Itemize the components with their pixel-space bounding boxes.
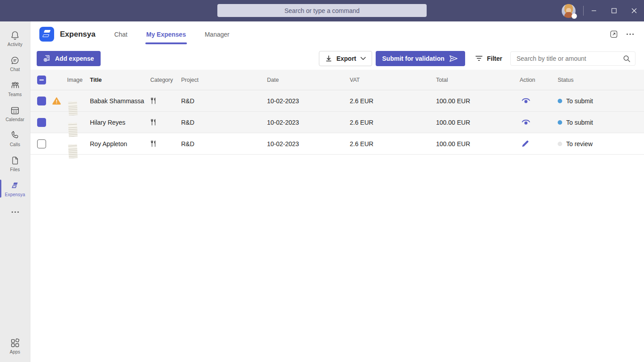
status-badge: To submit (558, 119, 644, 126)
restaurant-icon (150, 97, 181, 104)
sidebar-item-label: Apps (10, 349, 21, 354)
expense-vat: 2.6 EUR (350, 119, 436, 126)
sidebar-item-chat[interactable]: Chat (0, 51, 30, 76)
sidebar-more-button[interactable] (7, 208, 24, 216)
status-badge: To review (558, 140, 644, 147)
table-row[interactable]: Roy Appleton R&D 10-02-2023 2.6 EUR 100.… (30, 133, 644, 155)
sidebar-item-label: Expensya (5, 192, 25, 197)
popout-icon[interactable] (609, 29, 619, 39)
column-header-status: Status (558, 77, 644, 83)
filter-button[interactable]: Filter (472, 55, 505, 62)
sidebar-item-label: Teams (8, 92, 21, 97)
app-sidebar: Activity Chat Teams (0, 21, 30, 362)
minimize-button[interactable] (584, 0, 604, 21)
sidebar-item-label: Files (10, 167, 20, 172)
column-header-category: Category (150, 77, 181, 83)
expense-project: R&D (181, 97, 267, 105)
command-search-input[interactable] (217, 4, 427, 17)
column-header-image: Image (65, 77, 90, 83)
sidebar-item-calendar[interactable]: Calendar (0, 101, 30, 126)
expense-date: 10-02-2023 (267, 97, 350, 105)
expense-total: 100.00 EUR (436, 97, 520, 105)
app-header: Expensya Chat My Expenses Manager (30, 21, 644, 47)
search-icon (623, 55, 631, 63)
sidebar-item-calls[interactable]: Calls (0, 126, 30, 151)
table-search-input[interactable] (510, 51, 636, 66)
expense-title: Hilary Reyes (90, 119, 150, 126)
expense-vat: 2.6 EUR (350, 140, 436, 147)
more-options-icon[interactable] (625, 32, 635, 36)
add-expense-button[interactable]: Add expense (37, 51, 101, 66)
close-button[interactable] (624, 0, 644, 21)
select-all-checkbox[interactable] (37, 76, 46, 84)
expense-total: 100.00 EUR (436, 119, 520, 126)
toolbar: Add expense Export Submit for validation (30, 47, 644, 70)
expense-vat: 2.6 EUR (350, 97, 436, 105)
status-dot (558, 99, 562, 103)
sidebar-item-label: Chat (10, 67, 20, 72)
sidebar-item-activity[interactable]: Activity (0, 26, 30, 51)
eye-icon[interactable] (521, 97, 558, 104)
sidebar-item-label: Activity (8, 42, 22, 47)
column-header-project: Project (181, 77, 267, 83)
column-header-title: Title (90, 76, 150, 83)
sidebar-item-apps[interactable]: Apps (0, 333, 30, 358)
sidebar-item-files[interactable]: Files (0, 151, 30, 176)
bell-icon (10, 30, 20, 41)
chevron-down-icon (360, 57, 366, 60)
expensya-logo-icon (39, 27, 54, 42)
column-header-date: Date (267, 77, 350, 83)
expense-date: 10-02-2023 (267, 140, 350, 147)
expense-total: 100.00 EUR (436, 140, 520, 147)
people-icon (10, 80, 21, 91)
chat-bubble-icon (10, 55, 20, 66)
status-dot (558, 120, 562, 125)
pencil-icon[interactable] (521, 140, 558, 147)
calendar-icon (10, 105, 20, 116)
expensya-icon (10, 181, 20, 191)
titlebar (0, 0, 644, 21)
expense-project: R&D (181, 119, 267, 126)
sidebar-item-teams[interactable]: Teams (0, 76, 30, 101)
app-title: Expensya (60, 30, 95, 39)
row-checkbox[interactable] (37, 139, 46, 148)
expense-title: Babak Shammassa (90, 97, 150, 105)
download-icon (325, 55, 332, 62)
expense-project: R&D (181, 140, 267, 147)
restaurant-icon (150, 140, 181, 147)
send-icon (449, 55, 458, 63)
main-content: Expensya Chat My Expenses Manager (30, 21, 644, 362)
document-icon (10, 156, 20, 166)
column-header-vat: VAT (350, 77, 436, 83)
table-header: Image Title Category Project Date VAT To… (30, 70, 644, 90)
tab-my-expenses[interactable]: My Expenses (146, 21, 186, 47)
app-tabs: Chat My Expenses Manager (114, 21, 229, 47)
row-checkbox[interactable] (37, 97, 46, 105)
row-checkbox[interactable] (37, 118, 46, 127)
column-header-total: Total (436, 77, 520, 83)
restaurant-icon (150, 119, 181, 126)
eye-icon[interactable] (521, 119, 558, 126)
tab-chat[interactable]: Chat (114, 21, 127, 47)
sidebar-item-label: Calendar (5, 117, 24, 122)
status-badge: To submit (558, 97, 644, 105)
presence-badge (572, 13, 577, 19)
tab-manager[interactable]: Manager (205, 21, 229, 47)
filter-icon (475, 55, 483, 61)
add-receipt-icon (43, 55, 51, 62)
user-avatar[interactable] (562, 4, 576, 18)
maximize-button[interactable] (604, 0, 624, 21)
expense-date: 10-02-2023 (267, 119, 350, 126)
phone-icon (10, 130, 20, 141)
submit-for-validation-button[interactable]: Submit for validation (376, 51, 465, 66)
sidebar-item-expensya[interactable]: Expensya (0, 176, 30, 201)
export-button[interactable]: Export (319, 51, 372, 66)
table-row[interactable]: Hilary Reyes R&D 10-02-2023 2.6 EUR 100.… (30, 112, 644, 133)
warning-icon (52, 97, 65, 105)
column-header-action: Action (520, 77, 558, 83)
status-dot (558, 142, 562, 146)
apps-grid-icon (10, 338, 20, 348)
table-row[interactable]: Babak Shammassa R&D 10-02-2023 2.6 EUR 1… (30, 90, 644, 112)
sidebar-item-label: Calls (10, 142, 20, 147)
expense-title: Roy Appleton (90, 140, 150, 147)
